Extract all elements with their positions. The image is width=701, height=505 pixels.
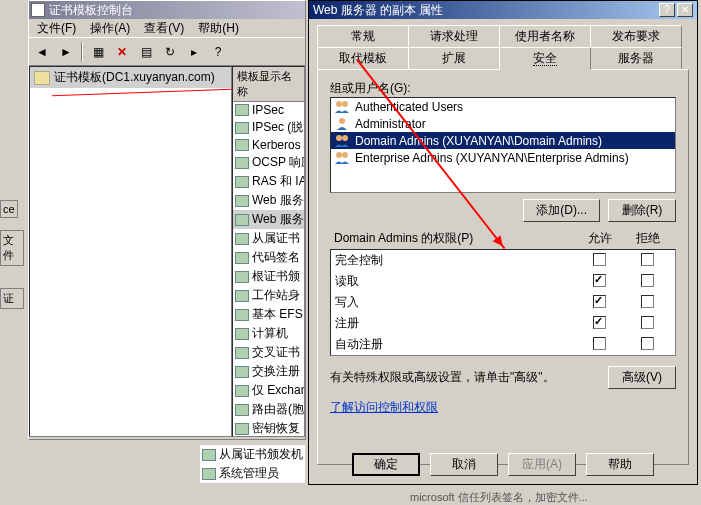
frag-file: 文件 xyxy=(0,230,24,266)
template-icon xyxy=(235,104,249,116)
help-winbtn[interactable]: ? xyxy=(659,3,675,17)
ok-button[interactable]: 确定 xyxy=(352,453,420,476)
allow-checkbox[interactable] xyxy=(593,316,606,329)
tab-请求处理[interactable]: 请求处理 xyxy=(408,25,500,47)
back-button[interactable]: ◄ xyxy=(31,41,53,63)
app-icon xyxy=(31,3,45,17)
template-item[interactable]: IPSec (脱 xyxy=(233,118,304,137)
mmc-titlebar[interactable]: 证书模板控制台 xyxy=(29,1,305,19)
mmc-window: 证书模板控制台 文件(F) 操作(A) 查看(V) 帮助(H) ◄ ► ▦ ✕ … xyxy=(28,0,306,440)
groups-label: 组或用户名(G): xyxy=(330,80,676,97)
remove-button[interactable]: 删除(R) xyxy=(608,199,676,222)
allow-checkbox[interactable] xyxy=(593,295,606,308)
tree-pane[interactable]: 证书模板(DC1.xuyanyan.com) xyxy=(29,66,232,437)
template-item[interactable]: 基本 EFS xyxy=(233,305,304,324)
deny-checkbox[interactable] xyxy=(641,274,654,287)
group-item[interactable]: Enterprise Admins (XUYANYAN\Enterprise A… xyxy=(331,149,675,166)
template-item[interactable]: 仅 Exchan xyxy=(233,381,304,400)
template-item[interactable]: 路由器(胞 xyxy=(233,400,304,419)
deny-checkbox[interactable] xyxy=(641,337,654,350)
menu-help[interactable]: 帮助(H) xyxy=(192,19,245,38)
svg-point-0 xyxy=(336,101,342,107)
template-icon xyxy=(235,347,249,359)
help-button[interactable]: ? xyxy=(207,41,229,63)
learn-link[interactable]: 了解访问控制和权限 xyxy=(330,399,438,416)
deny-checkbox[interactable] xyxy=(641,253,654,266)
tab-发布要求[interactable]: 发布要求 xyxy=(590,25,682,47)
template-item[interactable]: 根证书颁 xyxy=(233,267,304,286)
svg-point-4 xyxy=(342,135,348,141)
template-item[interactable]: RAS 和 IA xyxy=(233,172,304,191)
export-button[interactable]: ▸ xyxy=(183,41,205,63)
menu-view[interactable]: 查看(V) xyxy=(138,19,190,38)
tab-取代模板[interactable]: 取代模板 xyxy=(317,47,409,69)
permission-row: 写入 xyxy=(331,292,675,313)
delete-button[interactable]: ✕ xyxy=(111,41,133,63)
template-item[interactable]: 从属证书 xyxy=(233,229,304,248)
refresh-button[interactable]: ↻ xyxy=(159,41,181,63)
allow-checkbox[interactable] xyxy=(593,274,606,287)
tab-安全[interactable]: 安全 xyxy=(499,47,591,70)
template-icon xyxy=(235,328,249,340)
svg-point-2 xyxy=(339,118,345,124)
group-item[interactable]: Administrator xyxy=(331,115,675,132)
tab-常规[interactable]: 常规 xyxy=(317,25,409,47)
groups-list[interactable]: Authenticated UsersAdministratorDomain A… xyxy=(330,97,676,193)
toolbar-btn[interactable]: ▦ xyxy=(87,41,109,63)
template-item[interactable]: 计算机 xyxy=(233,324,304,343)
template-icon xyxy=(235,404,249,416)
list-header[interactable]: 模板显示名称 xyxy=(233,67,304,102)
allow-checkbox[interactable] xyxy=(593,337,606,350)
template-icon xyxy=(235,176,249,188)
permissions-list: 完全控制读取写入注册自动注册 xyxy=(330,249,676,356)
deny-checkbox[interactable] xyxy=(641,316,654,329)
bottom-text: microsoft 信任列表签名，加密文件... xyxy=(410,490,588,505)
allow-header: 允许 xyxy=(576,230,624,247)
permission-row: 完全控制 xyxy=(331,250,675,271)
menu-file[interactable]: 文件(F) xyxy=(31,19,82,38)
group-item[interactable]: Domain Admins (XUYANYAN\Domain Admins) xyxy=(331,132,675,149)
forward-button[interactable]: ► xyxy=(55,41,77,63)
template-item[interactable]: OCSP 响应 xyxy=(233,153,304,172)
advanced-button[interactable]: 高级(V) xyxy=(608,366,676,389)
mmc-title: 证书模板控制台 xyxy=(49,2,133,19)
tree-root-item[interactable]: 证书模板(DC1.xuyanyan.com) xyxy=(30,67,231,88)
toolbar-btn2[interactable]: ▤ xyxy=(135,41,157,63)
add-button[interactable]: 添加(D)... xyxy=(523,199,600,222)
apply-button[interactable]: 应用(A) xyxy=(508,453,576,476)
template-item[interactable]: Web 服务 xyxy=(233,210,304,229)
deny-checkbox[interactable] xyxy=(641,295,654,308)
template-icon xyxy=(235,157,249,169)
templates-list[interactable]: 模板显示名称 IPSecIPSec (脱Kerberos OCSP 响应RAS … xyxy=(232,66,305,437)
template-item[interactable]: 密钥恢复 xyxy=(233,419,304,437)
menubar: 文件(F) 操作(A) 查看(V) 帮助(H) xyxy=(29,19,305,37)
bottom-extra: 从属证书颁发机 系统管理员 xyxy=(200,445,305,483)
template-item[interactable]: 工作站身 xyxy=(233,286,304,305)
svg-point-3 xyxy=(336,135,342,141)
template-icon xyxy=(235,290,249,302)
tab-使用者名称[interactable]: 使用者名称 xyxy=(499,25,591,47)
template-item[interactable]: 代码签名 xyxy=(233,248,304,267)
template-icon xyxy=(235,271,249,283)
toolbar: ◄ ► ▦ ✕ ▤ ↻ ▸ ? xyxy=(29,37,305,65)
close-winbtn[interactable]: ✕ xyxy=(677,3,693,17)
template-icon xyxy=(235,252,249,264)
group-item[interactable]: Authenticated Users xyxy=(331,98,675,115)
permissions-label: Domain Admins 的权限(P) xyxy=(334,230,576,247)
menu-action[interactable]: 操作(A) xyxy=(84,19,136,38)
template-item[interactable]: IPSec xyxy=(233,102,304,118)
cancel-button[interactable]: 取消 xyxy=(430,453,498,476)
template-icon xyxy=(235,366,249,378)
template-item[interactable]: Web 服务器 xyxy=(233,191,304,210)
allow-checkbox[interactable] xyxy=(593,253,606,266)
tab-扩展[interactable]: 扩展 xyxy=(408,47,500,69)
template-item[interactable]: Kerberos xyxy=(233,137,304,153)
properties-dialog: Web 服务器 的副本 属性 ? ✕ 常规请求处理使用者名称发布要求 取代模板扩… xyxy=(308,0,698,485)
template-item[interactable]: 交叉证书 xyxy=(233,343,304,362)
tab-服务器[interactable]: 服务器 xyxy=(590,47,682,69)
help-button2[interactable]: 帮助 xyxy=(586,453,654,476)
special-note: 有关特殊权限或高级设置，请单击"高级"。 xyxy=(330,369,555,386)
template-icon xyxy=(235,122,249,134)
dialog-titlebar[interactable]: Web 服务器 的副本 属性 ? ✕ xyxy=(309,1,697,19)
template-item[interactable]: 交换注册 xyxy=(233,362,304,381)
